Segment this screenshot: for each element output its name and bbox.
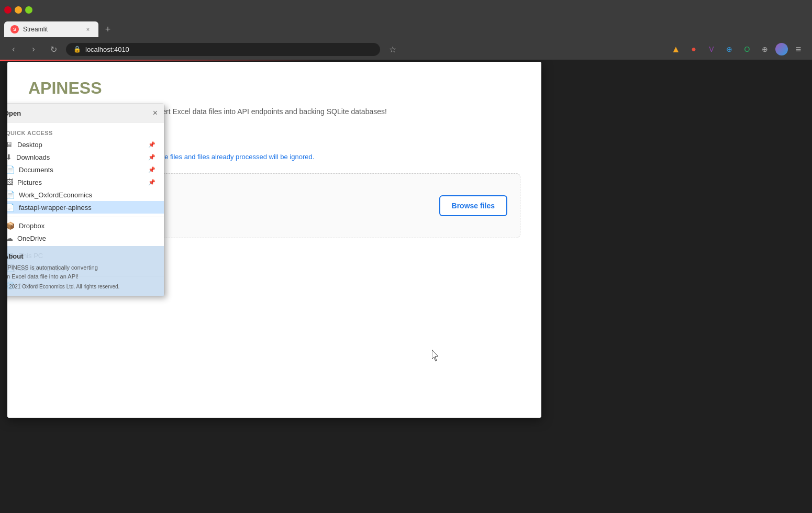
file-dialog-close-icon[interactable]: × <box>153 108 158 118</box>
extension-warning[interactable]: ▲ <box>669 42 683 57</box>
extension-avatar[interactable] <box>775 43 788 55</box>
extension-red[interactable]: ● <box>686 42 701 57</box>
reload-button[interactable]: ↻ <box>46 42 61 57</box>
menu-button[interactable]: ≡ <box>791 42 806 57</box>
tree-item-work[interactable]: 📄 Work_OxfordEconomics <box>7 188 164 201</box>
address-input[interactable]: 🔒 localhost:4010 <box>66 43 380 56</box>
downloads-icon: ⬇ <box>7 153 12 161</box>
forward-button[interactable]: › <box>26 42 41 57</box>
browser-tab[interactable]: S Streamlit × <box>4 21 98 37</box>
extensions-bar: ▲ ● V ⊕ O ⊕ ≡ <box>669 42 806 57</box>
tree-item-fastapi[interactable]: 📄 fastapi-wrapper-apiness <box>7 201 164 214</box>
about-footer: © 2021 Oxford Economics Ltd. All rights … <box>7 284 158 289</box>
dropbox-icon: 📦 <box>7 221 15 230</box>
tree-item-pictures[interactable]: 🖼 Pictures 📌 <box>7 176 164 188</box>
pin-icon: 📌 <box>148 141 155 148</box>
tab-close-icon[interactable]: × <box>84 25 92 34</box>
tab-favicon: S <box>10 25 19 34</box>
secure-icon: 🔒 <box>73 46 81 53</box>
file-dialog-title: Open <box>7 109 21 117</box>
extension-violet[interactable]: V <box>704 42 719 57</box>
file-dialog[interactable]: Open × Quick access 🖥 Desktop 📌 ⬇ Downlo… <box>7 104 164 296</box>
quick-access-section: Quick access 🖥 Desktop 📌 ⬇ Downloads 📌 📄… <box>7 127 164 215</box>
close-button[interactable] <box>4 6 12 14</box>
about-title: About <box>7 252 158 260</box>
pin-icon-2: 📌 <box>148 154 155 161</box>
title-bar <box>0 0 812 20</box>
maximize-button[interactable] <box>25 6 32 14</box>
page-title: APINESS <box>28 79 520 98</box>
about-body: APINESS is automatically converting an E… <box>7 263 158 281</box>
tree-separator-1 <box>7 217 164 217</box>
onedrive-icon: ☁ <box>7 234 13 242</box>
tree-item-dropbox[interactable]: 📦 Dropbox <box>7 219 164 232</box>
bookmark-icon[interactable]: ☆ <box>385 42 400 57</box>
progress-bar <box>0 60 325 61</box>
tree-item-downloads[interactable]: ⬇ Downloads 📌 <box>7 151 164 163</box>
pin-icon-3: 📌 <box>148 166 155 173</box>
tree-item-documents[interactable]: 📄 Documents 📌 <box>7 163 164 176</box>
back-button[interactable]: ‹ <box>6 42 21 57</box>
tree-item-onedrive[interactable]: ☁ OneDrive <box>7 232 164 244</box>
documents-icon: 📄 <box>7 165 15 174</box>
pictures-icon: 🖼 <box>7 178 13 186</box>
extension-gray[interactable]: ⊕ <box>758 42 772 57</box>
desktop-icon: 🖥 <box>7 140 13 149</box>
extension-green[interactable]: O <box>740 42 754 57</box>
minimize-button[interactable] <box>15 6 22 14</box>
tab-bar: S Streamlit × + <box>0 20 812 39</box>
quick-access-header: Quick access <box>7 128 164 138</box>
address-bar: ‹ › ↻ 🔒 localhost:4010 ☆ ▲ ● V ⊕ O ⊕ ≡ <box>0 39 812 60</box>
pin-icon-4: 📌 <box>148 179 155 186</box>
file-dialog-header: Open × <box>7 104 164 122</box>
url-text: localhost:4010 <box>85 46 129 53</box>
tab-label: Streamlit <box>23 26 48 33</box>
about-section: About APINESS is automatically convertin… <box>7 246 164 296</box>
browser-window: Open × Quick access 🖥 Desktop 📌 ⬇ Downlo… <box>7 62 541 418</box>
browser-chrome: S Streamlit × + ‹ › ↻ 🔒 localhost:4010 ☆… <box>0 0 812 60</box>
browse-files-button[interactable]: Browse files <box>439 195 507 216</box>
window-controls <box>4 6 32 14</box>
new-tab-button[interactable]: + <box>101 22 115 37</box>
tree-item-desktop[interactable]: 🖥 Desktop 📌 <box>7 138 164 151</box>
fastapi-icon: 📄 <box>7 203 15 211</box>
work-icon: 📄 <box>7 191 15 199</box>
extension-blue[interactable]: ⊕ <box>722 42 737 57</box>
